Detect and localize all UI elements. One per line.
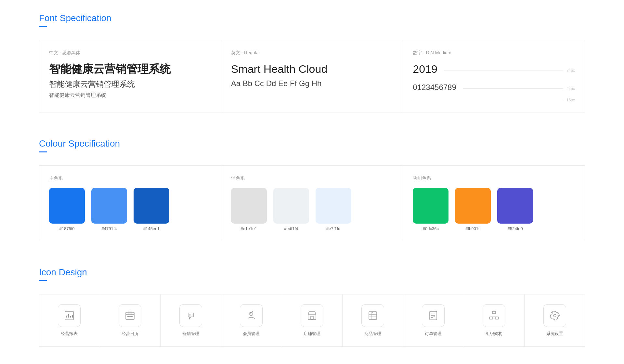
svg-rect-24: [489, 317, 493, 319]
svg-rect-25: [495, 317, 499, 319]
icon-grid: 经营报表 经营日历: [39, 294, 585, 347]
icon-label-settings: 系统设置: [546, 331, 563, 337]
icon-box-report: [58, 304, 81, 327]
font-demo-large-english: Smart Health Cloud: [231, 62, 393, 76]
member-icon: [245, 310, 257, 321]
report-icon: [63, 310, 75, 321]
swatch-524fd0: #524fd0: [497, 188, 533, 231]
font-label-number: 数字 - DIN Medium: [413, 50, 575, 56]
font-label-english: 英文 - Regular: [231, 50, 393, 56]
icon-item-report: 经营报表: [39, 294, 100, 347]
font-col-chinese: 中文 - 思源黑体 智能健康云营销管理系统 智能健康云营销管理系统 智能健康云营…: [39, 40, 221, 112]
primary-swatches: #1875f0 #4791f4 #145ec1: [49, 188, 211, 231]
font-label-chinese: 中文 - 思源黑体: [49, 50, 211, 56]
hex-0dc36c: #0dc36c: [423, 226, 439, 231]
calendar-icon: [124, 310, 136, 321]
icon-box-product: [361, 304, 384, 327]
hex-edf1f4: #edf1f4: [284, 226, 298, 231]
font-col-english: 英文 - Regular Smart Health Cloud Aa Bb Cc…: [221, 40, 403, 112]
icon-item-member: 会员管理: [221, 294, 282, 347]
icon-item-order: 订单管理: [403, 294, 464, 347]
svg-rect-17: [311, 316, 313, 319]
icon-box-store: [301, 304, 323, 327]
colour-spec-title: Colour Specification: [39, 138, 585, 149]
icon-label-store: 店铺管理: [304, 331, 320, 337]
font-demo-medium-number: 0123456789: [413, 83, 456, 92]
font-demo-large-number: 2019: [413, 62, 437, 76]
size-34px: 34px: [566, 68, 575, 73]
size-24px: 24px: [566, 86, 575, 91]
page: Font Specification 中文 - 思源黑体 智能健康云营销管理系统…: [0, 0, 624, 364]
icon-design-section: Icon Design 经营报表: [39, 254, 585, 347]
font-spec-section: Font Specification 中文 - 思源黑体 智能健康云营销管理系统…: [39, 0, 585, 112]
svg-point-12: [189, 314, 190, 315]
icon-item-calendar: 经营日历: [100, 294, 161, 347]
swatch-145ec1: #145ec1: [134, 188, 169, 231]
svg-point-13: [190, 314, 191, 315]
primary-label: 主色系: [49, 176, 211, 181]
functional-swatches: #0dc36c #fb901c #524fd0: [413, 188, 575, 231]
icon-item-settings: 系统设置: [524, 294, 585, 347]
hex-e7f1fd: #e7f1fd: [326, 226, 340, 231]
swatch-box-524fd0: [497, 188, 533, 224]
swatch-4791f4: #4791f4: [91, 188, 127, 231]
font-demo-medium-english: Aa Bb Cc Dd Ee Ff Gg Hh: [231, 79, 393, 88]
font-demo-large-chinese: 智能健康云营销管理系统: [49, 62, 211, 76]
swatch-e7f1fd: #e7f1fd: [316, 188, 351, 231]
font-demo-medium-chinese: 智能健康云营销管理系统: [49, 79, 211, 89]
svg-rect-9: [127, 316, 129, 317]
icon-label-report: 经营报表: [61, 331, 78, 337]
org-icon: [488, 310, 500, 321]
functional-label: 功能色系: [413, 176, 575, 181]
swatch-box-1875f0: [49, 188, 85, 224]
size-16px: 16px: [566, 98, 575, 102]
icon-box-marketing: [179, 304, 202, 327]
swatch-0dc36c: #0dc36c: [413, 188, 448, 231]
secondary-label: 辅色系: [231, 176, 393, 181]
icon-label-calendar: 经营日历: [122, 331, 138, 337]
hex-1875f0: #1875f0: [59, 226, 75, 231]
hex-fb901c: #fb901c: [465, 226, 480, 231]
icon-item-org: 组织架构: [464, 294, 525, 347]
swatch-box-fb901c: [455, 188, 491, 224]
svg-rect-11: [131, 316, 133, 317]
icon-box-order: [422, 304, 445, 327]
font-col-number: 数字 - DIN Medium 2019 34px 0123456789 24p…: [403, 40, 585, 112]
swatch-box-edf1f4: [273, 188, 309, 224]
font-spec-underline: [39, 26, 47, 27]
colour-col-secondary: 辅色系 #e1e1e1 #edf1f4 #e7f1fd: [221, 166, 403, 241]
store-icon: [306, 310, 318, 321]
swatch-box-e1e1e1: [231, 188, 267, 224]
colour-spec-section: Colour Specification 主色系 #1875f0 #4791f4: [39, 125, 585, 241]
colour-spec-grid: 主色系 #1875f0 #4791f4 #145ec1: [39, 165, 585, 241]
settings-icon: [549, 310, 561, 321]
colour-spec-underline: [39, 151, 47, 152]
swatch-e1e1e1: #e1e1e1: [231, 188, 267, 231]
hex-e1e1e1: #e1e1e1: [240, 226, 257, 231]
icon-label-member: 会员管理: [243, 331, 260, 337]
svg-rect-23: [492, 311, 496, 314]
product-icon: [367, 310, 379, 321]
swatch-1875f0: #1875f0: [49, 188, 85, 231]
marketing-icon: [185, 310, 197, 321]
swatch-box-145ec1: [134, 188, 169, 224]
icon-label-marketing: 营销管理: [182, 331, 199, 337]
icon-box-settings: [543, 304, 566, 327]
svg-rect-16: [308, 314, 316, 319]
icon-label-product: 商品管理: [364, 331, 381, 337]
icon-item-product: 商品管理: [342, 294, 403, 347]
icon-design-title: Icon Design: [39, 267, 585, 278]
swatch-fb901c: #fb901c: [455, 188, 491, 231]
swatch-box-0dc36c: [413, 188, 448, 224]
font-spec-title: Font Specification: [39, 13, 585, 23]
icon-label-org: 组织架构: [486, 331, 502, 337]
icon-box-org: [483, 304, 505, 327]
icon-box-calendar: [119, 304, 141, 327]
svg-rect-10: [129, 316, 131, 317]
colour-col-functional: 功能色系 #0dc36c #fb901c #524fd0: [403, 166, 585, 241]
swatch-box-4791f4: [91, 188, 127, 224]
icon-box-member: [240, 304, 263, 327]
font-demo-small-chinese: 智能健康云营销管理系统: [49, 92, 211, 99]
swatch-edf1f4: #edf1f4: [273, 188, 309, 231]
font-spec-grid: 中文 - 思源黑体 智能健康云营销管理系统 智能健康云营销管理系统 智能健康云营…: [39, 40, 585, 112]
